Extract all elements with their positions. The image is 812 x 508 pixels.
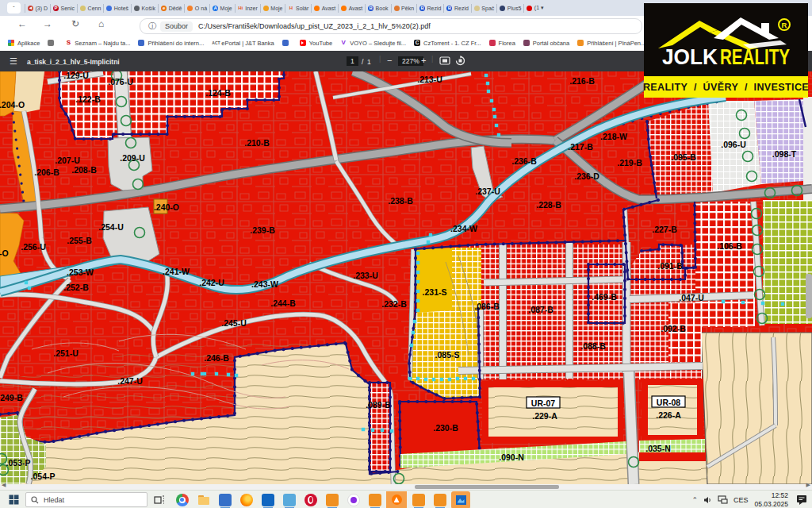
svg-text:.092-B: .092-B [661,324,686,333]
svg-text:.252-B: .252-B [63,283,89,292]
svg-text:.054-P: .054-P [31,471,56,481]
svg-text:.206-B: .206-B [34,167,59,177]
svg-text:.236-D: .236-D [574,171,599,181]
svg-text:.209-U: .209-U [120,153,145,163]
svg-text:.240-O: .240-O [154,202,179,212]
svg-text:.246-B: .246-B [204,353,229,363]
svg-text:.243-W: .243-W [251,279,278,289]
svg-text:.086-B: .086-B [474,302,500,311]
svg-text:.053-P: .053-P [6,458,31,468]
svg-text:.236-B: .236-B [511,156,537,166]
svg-text:.226-A: .226-A [656,410,681,420]
svg-text:.249-B: .249-B [0,393,23,402]
svg-text:.106-B: .106-B [717,241,742,251]
svg-text:.228-B: .228-B [536,200,561,210]
svg-text:.129-U: .129-U [63,71,89,80]
svg-text:.218-W: .218-W [600,132,627,141]
svg-text:.096-U: .096-U [721,140,746,149]
svg-text:.213-U: .213-U [417,75,442,84]
svg-text:.255-B: .255-B [67,236,92,245]
svg-text:.087-B: .087-B [528,305,553,314]
svg-text:.237-U: .237-U [475,187,500,196]
svg-text:REALITY: REALITY [720,44,790,69]
svg-text:.239-B: .239-B [250,225,275,235]
svg-text:R: R [782,21,787,29]
svg-text:.089-B: .089-B [366,400,391,410]
svg-text:.098-T: .098-T [772,149,797,159]
svg-text:.216-B: .216-B [569,76,595,86]
svg-text:.247-U: .247-U [117,376,143,386]
svg-text:.238-B: .238-B [388,196,413,206]
svg-text:.244-B: .244-B [270,298,296,308]
svg-text:.204-O: .204-O [0,100,25,110]
svg-text:.217-B: .217-B [568,142,593,152]
svg-text:.227-B: .227-B [652,225,677,234]
svg-text:.122-B: .122-B [75,94,101,104]
svg-text:.210-B: .210-B [244,138,270,148]
svg-text:.088-B: .088-B [580,341,606,351]
svg-text:.035-N: .035-N [645,444,671,453]
svg-text:.230-B: .230-B [433,423,458,433]
svg-text:.232-B: .232-B [381,299,407,309]
svg-text:.233-U: .233-U [353,271,378,280]
svg-text:.047-U: .047-U [679,293,704,302]
svg-text:.085-S: .085-S [435,350,460,360]
svg-text:.253-W: .253-W [67,267,94,277]
svg-text:UR-07: UR-07 [531,398,556,408]
svg-text:.124-B: .124-B [205,88,231,98]
svg-text:.254-U: .254-U [98,222,124,232]
svg-text:.076-U: .076-U [108,77,133,87]
svg-text:.234-W: .234-W [450,224,477,233]
svg-text:.208-B: .208-B [71,165,97,175]
svg-text:JOLK: JOLK [662,44,718,69]
svg-text:.090-N: .090-N [499,452,524,462]
svg-text:.095-B: .095-B [671,152,696,162]
svg-text:.242-U: .242-U [199,278,224,287]
svg-text:.219-B: .219-B [617,158,642,167]
svg-text:.207-U: .207-U [55,156,80,165]
svg-text:.231-S: .231-S [423,287,447,297]
svg-text:.256-U: .256-U [21,242,46,252]
svg-text:.241-W: .241-W [163,267,190,276]
svg-text:7-O: 7-O [0,248,9,258]
svg-text:UR-08: UR-08 [657,398,681,407]
svg-text:.091-B: .091-B [657,261,683,271]
svg-text:.469-B: .469-B [592,292,617,302]
svg-text:.245-U: .245-U [221,318,247,328]
svg-text:.229-A: .229-A [532,411,557,421]
svg-text:.251-U: .251-U [53,348,79,358]
